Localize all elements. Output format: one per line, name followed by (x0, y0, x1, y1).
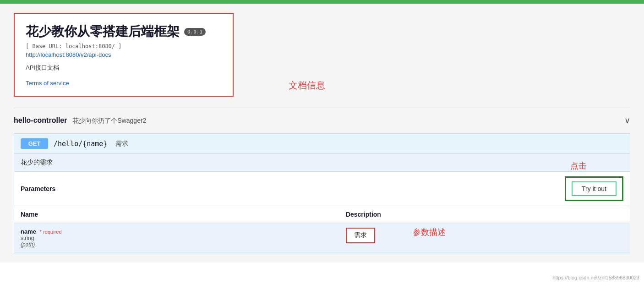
annotation-param-desc: 参数描述 (413, 227, 446, 238)
param-name-cell: name * required string (path) (14, 223, 339, 253)
chevron-down-icon[interactable]: ∨ (624, 115, 630, 126)
terms-link[interactable]: Terms of service (26, 80, 69, 87)
endpoint-description: 花少的需求 (14, 154, 630, 172)
info-title: 花少教你从零搭建后端框架 0.0.1 (26, 23, 222, 40)
param-location: (path) (21, 241, 333, 248)
table-row: name * required string (path) 需求 参数描述 (14, 223, 630, 253)
base-url: [ Base URL: localhost:8080/ ] (26, 43, 222, 49)
try-it-out-button[interactable]: Try it out (572, 181, 617, 196)
watermark: https://blog.csdn.net/znf158896830023 (552, 275, 639, 280)
try-it-out-wrapper: Try it out (565, 176, 623, 201)
param-description-box: 需求 (346, 228, 375, 243)
annotation-doc-info: 文档信息 (289, 79, 325, 92)
parameters-row: Parameters 点击 Try it out (14, 172, 630, 206)
controller-section[interactable]: hello-controller 花少向你扔了个Swagger2 ∨ (14, 108, 630, 133)
parameters-table: Name Description name * required string … (14, 206, 630, 253)
endpoint-path: /hello/{name} (54, 140, 107, 148)
param-type: string (21, 235, 333, 241)
param-required: * required (40, 229, 62, 235)
parameters-label: Parameters (21, 185, 55, 192)
controller-subtitle: 花少向你扔了个Swagger2 (72, 117, 146, 124)
col-header-description: Description (339, 206, 630, 223)
col-header-name: Name (14, 206, 339, 223)
param-description-cell: 需求 参数描述 (339, 223, 630, 253)
api-label: API接口文档 (26, 64, 222, 72)
method-badge: GET (21, 138, 48, 149)
annotation-click: 点击 (570, 160, 587, 171)
version-badge: 0.0.1 (184, 28, 206, 36)
endpoint-summary: 需求 (115, 140, 128, 148)
controller-title: hello-controller (14, 116, 67, 124)
app-title: 花少教你从零搭建后端框架 (26, 23, 180, 40)
top-bar (0, 0, 644, 4)
endpoint-panel: GET /hello/{name} 需求 花少的需求 Parameters 点击… (14, 133, 630, 253)
api-docs-link[interactable]: http://localhost:8080/v2/api-docs (26, 51, 222, 58)
param-name: name (21, 228, 36, 235)
info-box: 花少教你从零搭建后端框架 0.0.1 [ Base URL: localhost… (14, 13, 234, 97)
endpoint-header[interactable]: GET /hello/{name} 需求 (14, 134, 630, 154)
